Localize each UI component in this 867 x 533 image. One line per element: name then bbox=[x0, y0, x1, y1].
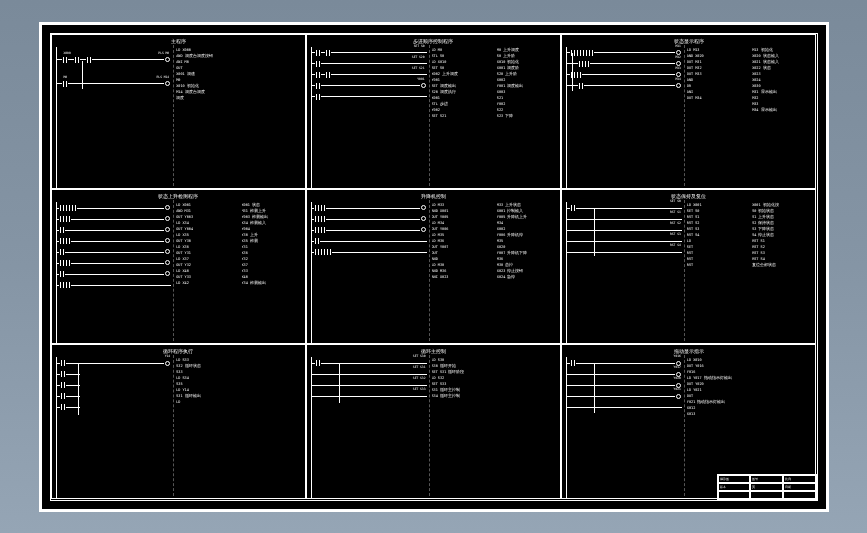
notes-0: LD X000 AND 调度台调度按钮 ANI M0 OUT X001 调速 M… bbox=[173, 45, 303, 186]
notes-2: LD M13 AND X020 OUT M31 OUT M32 OUT M33 … bbox=[684, 45, 814, 186]
ladder-7: SET S30 SET S31 SET S32 SET S33 bbox=[309, 355, 429, 496]
notes-1: LD M0 STL S0 LD X010 SET S0 X002 上升调度 Y0… bbox=[429, 45, 559, 186]
tb-sheet: 图号 bbox=[750, 475, 783, 483]
tb-rev: 版本 bbox=[718, 483, 751, 491]
ladder-1: SET S0 SET S20 SET S21 Y001 bbox=[309, 45, 429, 186]
ladder-6: Y14 bbox=[54, 355, 174, 496]
inner-border: 主程序 X000PLS M0 M0PLS M14 LD X000 AND 调度台… bbox=[50, 33, 818, 501]
cell-1: 步进顺序控制程序 SET S0 SET S20 SET S21 Y001 LD … bbox=[306, 34, 561, 189]
title-block: 梯形图 图号 比例 版本 页 日期 bbox=[717, 474, 817, 500]
cell-title: 升降机控制 bbox=[309, 192, 558, 200]
notes-5: LD X001 SET S0 RST S1 RST S2 RST S3 RST … bbox=[684, 200, 814, 341]
cell-title: 步进顺序控制程序 bbox=[309, 37, 558, 45]
cell-7: 循环主控制 SET S30 SET S31 SET S32 SET S33 LD… bbox=[306, 344, 561, 499]
cell-5: 状态保持及复位 SET S0 RST S1 RST S2 RST S3 RST … bbox=[561, 189, 816, 344]
cell-title: 状态显示程序 bbox=[564, 37, 813, 45]
ladder-0: X000PLS M0 M0PLS M14 bbox=[54, 45, 174, 186]
notes-6: LD S33 S32 循环状态 S33 LD S34 S35 LD Y14 S3… bbox=[173, 355, 303, 496]
ladder-8: Y016 Y017 Y020 Y021 bbox=[564, 355, 684, 496]
cell-2: 状态显示程序 M31 M32 M33 M34 LD M13 AND X020 bbox=[561, 34, 816, 189]
diagram-grid: 主程序 X000PLS M0 M0PLS M14 LD X000 AND 调度台… bbox=[51, 34, 817, 500]
cad-drawing-frame: 主程序 X000PLS M0 M0PLS M14 LD X000 AND 调度台… bbox=[39, 22, 829, 512]
cell-title: 状态保持及复位 bbox=[564, 192, 813, 200]
tb-project: 梯形图 bbox=[718, 475, 751, 483]
ladder-2: M31 M32 M33 M34 bbox=[564, 45, 684, 186]
cell-title: 拖动显示指示 bbox=[564, 347, 813, 355]
cell-title: 循环程序执行 bbox=[54, 347, 303, 355]
cell-3: 状态上升检测程序 LD X0 bbox=[51, 189, 306, 344]
notes-4: LD M33 AND X001 OUT Y005 LD M34 OUT Y006… bbox=[429, 200, 559, 341]
cell-4: 升降机控制 LD M33 AND X001 OUT bbox=[306, 189, 561, 344]
cell-6: 循环程序执行 Y14 LD S33 S32 循环状态 S3 bbox=[51, 344, 306, 499]
ladder-5: SET S0 RST S1 RST S2 RST S3 RST S4 bbox=[564, 200, 684, 341]
cell-0: 主程序 X000PLS M0 M0PLS M14 LD X000 AND 调度台… bbox=[51, 34, 306, 189]
ladder-3 bbox=[54, 200, 174, 341]
cell-title: 主程序 bbox=[54, 37, 303, 45]
tb-date: 日期 bbox=[783, 483, 816, 491]
cell-title: 循环主控制 bbox=[309, 347, 558, 355]
cell-title: 状态上升检测程序 bbox=[54, 192, 303, 200]
tb-scale: 比例 bbox=[783, 475, 816, 483]
notes-3: LD X001 AND M31 OUT Y003 LD X34 OUT Y004… bbox=[173, 200, 303, 341]
tb-page: 页 bbox=[750, 483, 783, 491]
ladder-4 bbox=[309, 200, 429, 341]
notes-7: LD S30 S30 循环开始 SET S31 循环阶段 LD S32 SET … bbox=[429, 355, 559, 496]
